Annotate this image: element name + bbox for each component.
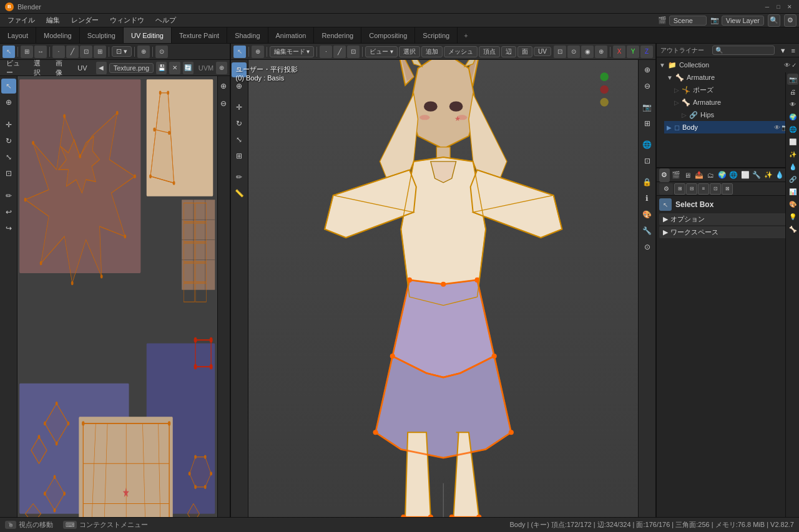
uv-zoom-in-btn[interactable]: ⊕ (216, 79, 230, 94)
options-section-header[interactable]: ▶ オプション (659, 213, 797, 225)
uv-tool-select[interactable]: ↖ (1, 79, 16, 94)
uv-texture-browse-btn[interactable]: ◀ (96, 62, 107, 74)
vp-edge-mode[interactable]: ╱ (333, 46, 346, 58)
uv-tool-rotate[interactable]: ↻ (1, 133, 16, 148)
prop-tab-render[interactable]: 🖥 (682, 168, 693, 182)
vp-vert-mode[interactable]: · (320, 46, 332, 58)
vp-tool-transform[interactable]: ⊞ (232, 148, 247, 163)
uv-sync-btn[interactable]: ⊞ (21, 46, 33, 58)
workspace-section-header[interactable]: ▶ ワークスペース (659, 226, 797, 238)
vp-mode-dropdown[interactable]: 編集モード ▾ (270, 46, 315, 57)
vp-cube-btn[interactable]: ⊡ (640, 153, 655, 168)
prop-tab-world[interactable]: 🌐 (728, 168, 739, 182)
vp-tool-annotate[interactable]: ✏ (232, 170, 247, 185)
vp-zoom-in[interactable]: ⊕ (640, 62, 655, 77)
vp-mesh-menu[interactable]: メッシュ (444, 46, 478, 57)
body-eye-icon[interactable]: 👁 (774, 124, 780, 131)
tab-modeling[interactable]: Modeling (36, 27, 80, 43)
uv-tool-annotate[interactable]: ✏ (1, 188, 16, 203)
outliner-body[interactable]: ▶ ◻ Body 👁 📷 🖥 (664, 121, 799, 133)
menu-edit[interactable]: 編集 (41, 14, 65, 26)
vp-material-btn[interactable]: ◉ (581, 46, 594, 58)
uv-island-btn[interactable]: ⊞ (94, 46, 106, 58)
rail-bone-icon[interactable]: 🦴 (787, 223, 798, 235)
vp-lock-btn[interactable]: 🔒 (640, 175, 655, 190)
prop-tab-object[interactable]: ⬜ (740, 168, 751, 182)
menu-window[interactable]: ウィンドウ (105, 14, 149, 26)
texture-selector[interactable]: Texture.png (109, 63, 154, 73)
menu-file[interactable]: ファイル (2, 14, 40, 26)
vp-modifier-btn[interactable]: 🔧 (640, 223, 655, 238)
prop-tab-output[interactable]: 📤 (694, 168, 705, 182)
snap-btn[interactable]: ⊕ (137, 46, 150, 58)
uv-tool-scale[interactable]: ⤡ (1, 150, 16, 165)
prop-tab-scene[interactable]: 🎬 (671, 168, 682, 182)
prop-icon-btn-5[interactable]: ⊠ (722, 183, 733, 195)
add-workspace-button[interactable]: + (458, 27, 474, 43)
uv-tool-move[interactable]: ✛ (1, 117, 16, 132)
vp-color-mgmt-btn[interactable]: 🎨 (640, 207, 655, 222)
uv-tool-transform[interactable]: ⊡ (1, 166, 16, 181)
uv-zoom-btn[interactable]: ⊕ (216, 62, 227, 74)
uv-select-menu[interactable]: 選択 (30, 57, 49, 79)
search-icon[interactable]: 🔍 (768, 14, 780, 27)
vp-z-axis[interactable]: Z (640, 46, 653, 58)
tab-shading[interactable]: Shading (227, 27, 268, 43)
uv-tool-redo[interactable]: ↪ (1, 221, 16, 236)
prop-icon-btn-4[interactable]: ⊡ (710, 183, 721, 195)
viewport-canvas[interactable]: ★ (231, 60, 655, 517)
vp-viewport-shading[interactable]: ビュー ▾ (365, 46, 398, 57)
vp-info-btn[interactable]: ℹ (640, 191, 655, 206)
uv-uv-menu[interactable]: UV (74, 63, 91, 73)
prop-tab-scene2[interactable]: 🌍 (717, 168, 728, 182)
uv-texture-new-btn[interactable]: ✕ (169, 62, 180, 74)
tab-layout[interactable]: Layout (0, 27, 36, 43)
uv-texture-reload-btn[interactable]: 🔄 (183, 62, 194, 74)
settings-icon[interactable]: ⚙ (784, 14, 797, 27)
vp-tool-cursor[interactable]: ⊕ (232, 79, 247, 94)
uv-edge-btn[interactable]: ╱ (66, 46, 79, 58)
tab-animation[interactable]: Animation (268, 27, 315, 43)
vp-tool-scale[interactable]: ⤡ (232, 132, 247, 147)
collection-exclude-icon[interactable]: ✓ (792, 62, 797, 69)
prop-icon-btn-3[interactable]: ≡ (698, 183, 709, 195)
uv-view-menu[interactable]: ビュー (2, 57, 27, 79)
outliner-filter-btn[interactable]: ▼ (780, 47, 787, 54)
proportional-btn[interactable]: ⊙ (155, 46, 168, 58)
close-button[interactable]: ✕ (785, 2, 794, 11)
scene-field[interactable]: Scene (669, 16, 707, 26)
tab-texture-paint[interactable]: Texture Paint (172, 27, 227, 43)
vp-world-btn[interactable]: 🌐 (640, 137, 655, 152)
vp-tool-move[interactable]: ✛ (232, 100, 247, 115)
uv-texture-save-btn[interactable]: 💾 (156, 62, 167, 74)
viewlayer-field[interactable]: View Layer (722, 16, 764, 26)
prop-tab-physics[interactable]: 💧 (775, 168, 785, 182)
uv-zoom-out-btn[interactable]: ⊖ (216, 96, 230, 111)
prop-tab-particles[interactable]: ✨ (763, 168, 774, 182)
vp-add-menu[interactable]: 追加 (421, 46, 443, 57)
tab-sculpting[interactable]: Sculpting (80, 27, 124, 43)
vp-rendered-btn[interactable]: ⊕ (595, 46, 607, 58)
outliner-pose[interactable]: ▷ 🤸 ポーズ (672, 84, 799, 96)
pivot-dropdown[interactable]: ⊡ ▾ (112, 46, 132, 57)
vp-vertex-menu[interactable]: 頂点 (479, 46, 500, 57)
uv-tool-undo[interactable]: ↩ (1, 205, 16, 220)
vp-y-axis[interactable]: Y (627, 46, 639, 58)
uv-tool-cursor[interactable]: ⊕ (1, 95, 16, 110)
tab-uv-editing[interactable]: UV Editing (124, 27, 172, 43)
outliner-collection[interactable]: ▼ 📁 Collection 👁 ✓ (657, 59, 799, 71)
vp-render-overlay-btn[interactable]: ⊙ (640, 239, 655, 254)
uv-select-mode-btn[interactable]: ↖ (2, 46, 15, 58)
outliner-search[interactable]: 🔍 (712, 46, 775, 55)
uv-vert-btn[interactable]: · (52, 46, 65, 58)
outliner-hips[interactable]: ▷ 🔗 Hips (679, 109, 799, 121)
vp-uv-menu-btn[interactable]: UV (534, 47, 551, 56)
outliner-armature[interactable]: ▼ 🦴 Armature 👁 (664, 71, 799, 84)
vp-tool-measure[interactable]: 📏 (232, 186, 247, 201)
vp-edge-menu-btn[interactable]: 辺 (501, 46, 516, 57)
uv-image-menu[interactable]: 画像 (52, 57, 71, 79)
uv-stretch-btn[interactable]: ↔ (34, 46, 47, 58)
vp-select-btn[interactable]: ↖ (233, 46, 246, 58)
vp-x-axis[interactable]: X (613, 46, 625, 58)
prop-sub-btn-1[interactable]: ⚙ (659, 183, 673, 195)
